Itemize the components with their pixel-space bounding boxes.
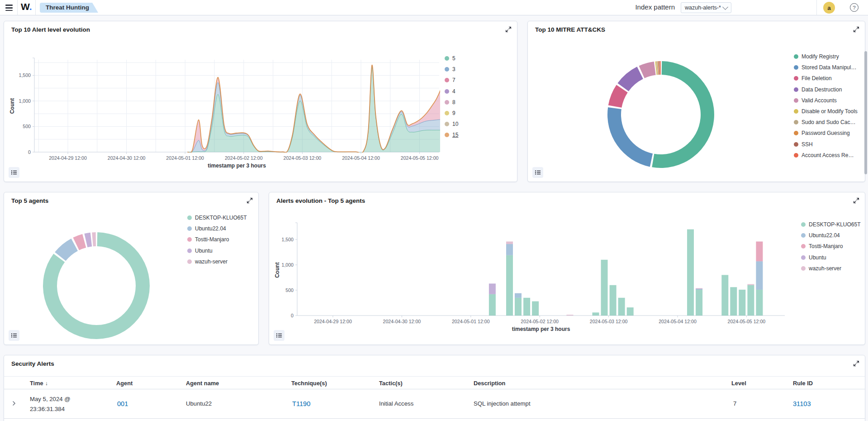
cell-rule-id-link[interactable]: 31103 — [793, 399, 811, 409]
legend-label: File Deletion — [802, 75, 832, 81]
legend-item-10[interactable]: 10 — [445, 119, 458, 129]
legend-item-password-guessing[interactable]: Password Guessing — [794, 128, 858, 139]
legend-item-ubuntu[interactable]: Ubuntu — [801, 252, 860, 263]
legend-item-data-destruction[interactable]: Data Destruction — [794, 84, 858, 95]
column-header-description[interactable]: Description — [474, 378, 505, 389]
legend-dot — [445, 89, 449, 94]
svg-text:1,500: 1,500 — [19, 72, 31, 78]
legend-item-7[interactable]: 7 — [445, 75, 458, 86]
legend-item-desktop-kluo65t[interactable]: DESKTOP-KLUO65T — [801, 219, 860, 230]
legend-item-ssh[interactable]: SSH — [794, 139, 858, 150]
cell-technique-link[interactable]: T1190 — [292, 399, 310, 409]
bar-segment-desktop-kluo65t[interactable] — [610, 285, 617, 316]
svg-text:0: 0 — [291, 313, 294, 318]
expand-icon[interactable] — [503, 25, 513, 35]
index-pattern-select[interactable]: wazuh-alerts-* — [681, 2, 731, 13]
bar-segment-desktop-kluo65t[interactable] — [515, 298, 522, 316]
bar-segment-tostti-manjaro[interactable] — [756, 242, 763, 262]
column-header-tactic-s-[interactable]: Tactic(s) — [379, 378, 403, 389]
legend-dot — [445, 122, 449, 126]
legend-item-ubuntu22-04[interactable]: Ubuntu22.04 — [801, 230, 860, 241]
bar-segment-wazuh-server[interactable] — [566, 315, 573, 316]
legend-item-ubuntu22-04[interactable]: Ubuntu22.04 — [187, 223, 247, 234]
bar-segment-desktop-kluo65t[interactable] — [747, 285, 754, 316]
help-icon[interactable]: ? — [850, 3, 859, 12]
legend-label: 4 — [452, 88, 455, 95]
legend-item-ubuntu[interactable]: Ubuntu — [187, 245, 247, 256]
legend-item-file-deletion[interactable]: File Deletion — [794, 73, 858, 84]
bar-segment-desktop-kluo65t[interactable] — [532, 301, 539, 316]
donut-slice-data-destruction[interactable] — [617, 67, 643, 91]
legend-item-stored-data-manipul-[interactable]: Stored Data Manipul… — [794, 62, 858, 73]
column-header-agent-name[interactable]: Agent name — [186, 378, 219, 389]
legend-item-tostti-manjaro[interactable]: Tostti-Manjaro — [801, 241, 860, 252]
legend-item-15[interactable]: 15 — [445, 129, 458, 140]
bar-segment-wazuh-server[interactable] — [506, 242, 513, 244]
legend-label: Ubuntu — [195, 248, 213, 254]
panel-top5-agents: Top 5 agents DESKTOP-KLUO65TUbuntu22.04T… — [4, 192, 259, 345]
legend-item-4[interactable]: 4 — [445, 86, 458, 97]
svg-text:2024-05-01 12:00: 2024-05-01 12:00 — [166, 155, 204, 161]
svg-text:1,000: 1,000 — [281, 262, 294, 268]
legend-item-valid-accounts[interactable]: Valid Accounts — [794, 95, 858, 106]
menu-hamburger-icon[interactable] — [5, 3, 14, 12]
bar-segment-desktop-kluo65t[interactable] — [696, 290, 702, 316]
bar-segment-desktop-kluo65t[interactable] — [601, 260, 608, 316]
column-header-level[interactable]: Level — [731, 378, 746, 389]
bar-segment-desktop-kluo65t[interactable] — [730, 287, 737, 316]
breadcrumb-tab-threat-hunting[interactable]: Threat Hunting — [40, 3, 98, 13]
bar-segment-ubuntu22-04[interactable] — [515, 293, 522, 298]
legend-item-9[interactable]: 9 — [445, 108, 458, 119]
bar-segment-ubuntu[interactable] — [696, 289, 702, 289]
column-header-technique-s-[interactable]: Technique(s) — [291, 378, 327, 389]
legend-toggle-icon[interactable] — [9, 330, 19, 341]
donut-slice-ubuntu[interactable] — [84, 233, 92, 247]
expand-icon[interactable] — [851, 25, 861, 35]
bar-segment-desktop-kluo65t[interactable] — [739, 290, 745, 316]
bar-segment-wazuh-server[interactable] — [696, 288, 702, 289]
column-header-time[interactable]: Time↓ — [30, 378, 48, 389]
scrollbar-thumb[interactable] — [864, 51, 867, 174]
column-header-agent[interactable]: Agent — [116, 378, 133, 389]
legend-item-8[interactable]: 8 — [445, 97, 458, 108]
expand-icon[interactable] — [851, 359, 861, 369]
bar-segment-wazuh-server[interactable] — [747, 284, 754, 285]
bar-segment-desktop-kluo65t[interactable] — [627, 307, 634, 316]
row-expand-chevron-icon[interactable] — [9, 399, 19, 408]
bar-segment-ubuntu22-04[interactable] — [756, 261, 763, 290]
legend-item-sudo-and-sudo-cac-[interactable]: Sudo and Sudo Cac… — [794, 117, 858, 128]
bar-segment-desktop-kluo65t[interactable] — [721, 275, 728, 316]
legend-item-disable-or-modify-tools[interactable]: Disable or Modify Tools — [794, 106, 858, 117]
bar-segment-desktop-kluo65t[interactable] — [489, 294, 496, 316]
bar-segment-ubuntu[interactable] — [489, 283, 496, 294]
legend-item-3[interactable]: 3 — [445, 64, 458, 75]
legend-toggle-icon[interactable] — [274, 330, 285, 341]
donut-slice-wazuh-server[interactable] — [92, 232, 96, 246]
legend-item-desktop-kluo65t[interactable]: DESKTOP-KLUO65T — [187, 212, 247, 223]
wazuh-logo[interactable]: W. — [21, 1, 32, 12]
bar-segment-desktop-kluo65t[interactable] — [618, 298, 625, 316]
legend-item-tostti-manjaro[interactable]: Tostti-Manjaro — [187, 234, 247, 245]
donut-slice-modify-registry[interactable] — [652, 61, 714, 168]
donut-slice-stored-data-manipul-[interactable] — [607, 107, 653, 167]
user-avatar[interactable]: a — [823, 2, 835, 14]
legend-toggle-icon[interactable] — [532, 167, 543, 178]
legend-item-wazuh-server[interactable]: wazuh-server — [801, 263, 860, 274]
bar-segment-desktop-kluo65t[interactable] — [506, 255, 513, 316]
legend-item-modify-registry[interactable]: Modify Registry — [794, 51, 858, 62]
bar-segment-ubuntu22-04[interactable] — [506, 244, 513, 255]
bar-segment-desktop-kluo65t[interactable] — [593, 312, 599, 316]
column-header-rule-id[interactable]: Rule ID — [793, 378, 813, 389]
expand-icon[interactable] — [245, 196, 255, 206]
legend-item-account-access-re-[interactable]: Account Access Re… — [794, 150, 858, 161]
legend-dot — [187, 249, 192, 253]
bar-segment-desktop-kluo65t[interactable] — [687, 230, 694, 316]
cell-agent-link[interactable]: 001 — [117, 399, 128, 409]
bar-segment-desktop-kluo65t[interactable] — [756, 290, 763, 316]
legend-item-wazuh-server[interactable]: wazuh-server — [187, 256, 247, 267]
donut-slice-account-access-re-[interactable] — [660, 61, 661, 75]
legend-item-5[interactable]: 5 — [445, 53, 458, 64]
legend-toggle-icon[interactable] — [9, 167, 19, 178]
bar-segment-desktop-kluo65t[interactable] — [523, 298, 530, 316]
expand-icon[interactable] — [851, 196, 861, 206]
